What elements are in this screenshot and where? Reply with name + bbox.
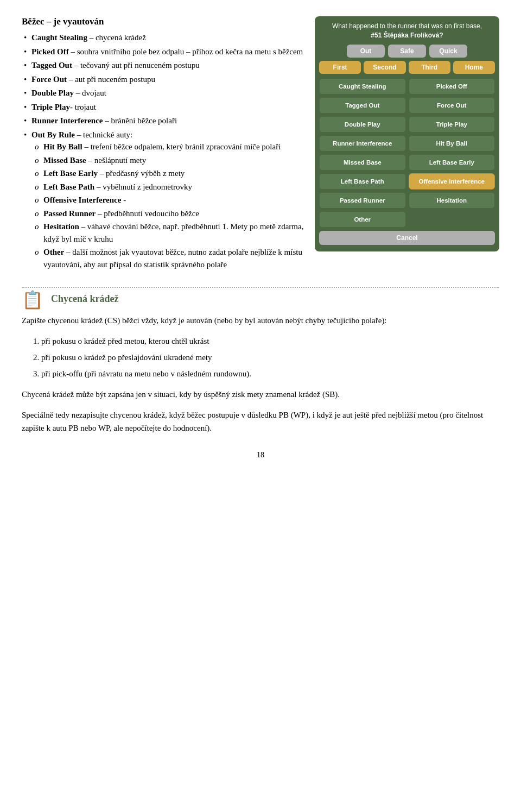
base-row: First Second Third Home	[319, 61, 495, 74]
sub-item-missed-base: Missed Base – nešlápnutí mety	[31, 154, 304, 167]
list-item-out-by-rule: Out By Rule – technické auty: Hit By Bal…	[22, 129, 304, 271]
caught-stealing-button[interactable]: Caught Stealing	[319, 78, 406, 95]
double-play-button[interactable]: Double Play	[319, 116, 406, 133]
body-paragraph-1: Chycená krádež může být zapsána jen v si…	[22, 388, 499, 401]
numbered-item-2: při pokusu o krádež po přeslajdování ukr…	[41, 351, 499, 364]
hesitation-button[interactable]: Hesitation	[409, 192, 495, 209]
sub-item-other: Other – další možnost jak vyautovat běžc…	[31, 246, 304, 270]
numbered-list: při pokusu o krádež před metou, kterou c…	[41, 335, 499, 380]
list-item-force-out: Force Out – aut při nuceném postupu	[22, 73, 304, 86]
sub-list: Hit By Ball – trefení běžce odpalem, kte…	[31, 141, 304, 270]
page-main-heading: Běžec – je vyautován	[22, 16, 304, 27]
left-base-early-button[interactable]: Left Base Early	[409, 154, 495, 171]
home-base-button[interactable]: Home	[453, 61, 495, 74]
third-base-button[interactable]: Third	[409, 61, 450, 74]
main-bullet-list: Caught Stealing – chycená krádež Picked …	[22, 32, 304, 270]
picked-off-button[interactable]: Picked Off	[409, 78, 495, 95]
section-header: 📋 Chycená krádež	[22, 293, 499, 309]
offensive-interference-button[interactable]: Offensive Interference	[409, 173, 495, 190]
hit-by-ball-button[interactable]: Hit By Ball	[409, 135, 495, 152]
section-icon: 📋	[22, 291, 43, 309]
sub-item-left-base-early: Left Base Early – předčasný výběh z mety	[31, 167, 304, 180]
out-button[interactable]: Out	[347, 45, 385, 58]
section-title: Chycená krádež	[51, 293, 119, 305]
other-button[interactable]: Other	[319, 211, 406, 228]
sub-item-passed-runner: Passed Runner – předběhnutí vedoucího bě…	[31, 207, 304, 220]
sub-item-hesitation: Hesitation – váhavé chování běžce, např.…	[31, 221, 304, 245]
app-question: What happened to the runner that was on …	[319, 22, 495, 40]
list-item-runner-interference: Runner Interference – bránění běžce pola…	[22, 115, 304, 127]
safe-button[interactable]: Safe	[388, 45, 426, 58]
section-divider	[22, 287, 499, 288]
second-base-button[interactable]: Second	[364, 61, 405, 74]
list-item-double-play: Double Play – dvojaut	[22, 87, 304, 99]
play-buttons-grid: Caught Stealing Picked Off Tagged Out Fo…	[319, 78, 495, 228]
numbered-item-1: při pokusu o krádež před metou, kterou c…	[41, 335, 499, 348]
runner-interference-button[interactable]: Runner Interference	[319, 135, 406, 152]
numbered-item-3: při pick-offu (při návratu na metu nebo …	[41, 367, 499, 380]
list-item-caught-stealing: Caught Stealing – chycená krádež	[22, 32, 304, 44]
left-column: Běžec – je vyautován Caught Stealing – c…	[22, 16, 304, 274]
body-paragraph-2: Speciálně tedy nezapisujte chycenou krád…	[22, 408, 499, 435]
triple-play-button[interactable]: Triple Play	[409, 116, 495, 133]
first-base-button[interactable]: First	[319, 61, 361, 74]
page-number: 18	[22, 451, 499, 459]
app-question-line1: What happened to the runner that was on …	[332, 22, 482, 30]
app-player-name: #51 Štěpáka Frolíková?	[371, 32, 443, 39]
top-section: Běžec – je vyautován Caught Stealing – c…	[22, 16, 499, 274]
force-out-button[interactable]: Force Out	[409, 97, 495, 114]
passed-runner-button[interactable]: Passed Runner	[319, 192, 406, 209]
list-item-picked-off: Picked Off – souhra vnitřního pole bez o…	[22, 46, 304, 58]
app-screenshot: What happened to the runner that was on …	[315, 16, 499, 274]
sub-item-left-base-path: Left Base Path – vyběhnutí z jednometrov…	[31, 181, 304, 193]
left-base-path-button[interactable]: Left Base Path	[319, 173, 406, 190]
app-panel: What happened to the runner that was on …	[315, 16, 499, 251]
sub-item-offensive-interference: Offensive Interference -	[31, 194, 304, 206]
list-item-triple-play: Triple Play- trojaut	[22, 101, 304, 114]
app-top-buttons: Out Safe Quick	[319, 45, 495, 58]
tagged-out-button[interactable]: Tagged Out	[319, 97, 406, 114]
intro-paragraph: Zapište chycenou krádež (CS) běžci vždy,…	[22, 314, 499, 327]
sub-item-hit-by-ball: Hit By Ball – trefení běžce odpalem, kte…	[31, 141, 304, 153]
cancel-button[interactable]: Cancel	[319, 231, 495, 245]
missed-base-button[interactable]: Missed Base	[319, 154, 406, 171]
quick-button[interactable]: Quick	[429, 45, 467, 58]
list-item-tagged-out: Tagged Out – tečovaný aut při nenuceném …	[22, 59, 304, 72]
